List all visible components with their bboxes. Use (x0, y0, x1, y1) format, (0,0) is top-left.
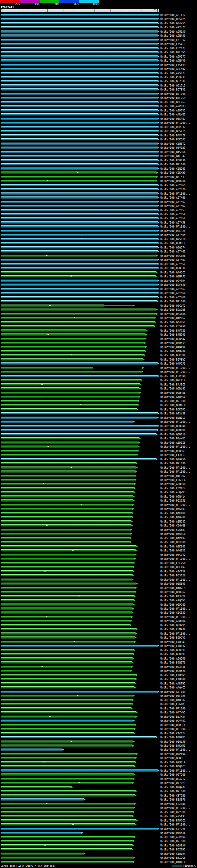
subject-label[interactable]: UniRef100_Q9SW75 (160, 18, 186, 21)
subject-label[interactable]: UniRef100_Q7PXW4 (160, 752, 186, 755)
alignment-bar[interactable] (1, 151, 158, 153)
alignment-bar[interactable] (1, 317, 155, 319)
subject-label[interactable]: UniRef100_UP1000... (160, 300, 190, 303)
alignment-bar[interactable] (1, 64, 158, 66)
alignment-bar[interactable] (1, 184, 158, 186)
alignment-bar[interactable] (1, 313, 156, 315)
alignment-bar[interactable] (1, 608, 132, 610)
alignment-bar[interactable] (1, 105, 158, 107)
alignment-bar[interactable] (1, 499, 133, 502)
subject-label[interactable]: UniRef100_B3F967 (160, 101, 186, 103)
alignment-bar[interactable] (1, 88, 158, 91)
subject-label[interactable]: UniRef100_A9PEB3 (160, 105, 186, 108)
subject-label[interactable]: UniRef100_Q4C3V2 (160, 553, 186, 556)
alignment-bar[interactable] (1, 72, 158, 74)
subject-label[interactable]: UniRef100_A9S177 (160, 72, 186, 74)
subject-label[interactable]: UniRef100_UP1000... (160, 192, 190, 195)
subject-label[interactable]: UniRef100_B9AGN8 (160, 309, 186, 311)
alignment-bar[interactable] (1, 798, 84, 801)
subject-label[interactable]: UniRef100_Q517L3 (160, 84, 186, 87)
subject-label[interactable]: UniRef100_Q6PC69 (160, 603, 186, 606)
subject-label[interactable]: UniRef100_Q90YV8 (160, 670, 186, 673)
alignment-bar[interactable] (1, 720, 133, 722)
subject-label[interactable]: UniRef100_A1DZI8 (160, 441, 186, 444)
alignment-bar[interactable] (1, 30, 158, 33)
alignment-bar[interactable] (1, 645, 158, 647)
subject-label[interactable]: UniRef100_B23HY6 (160, 595, 186, 598)
subject-label[interactable]: UniRef100_C3KHE4 (160, 478, 186, 481)
subject-label[interactable]: UniRef100_Q5UK59 (160, 342, 186, 345)
alignment-bar[interactable] (1, 155, 158, 157)
alignment-bar[interactable] (1, 707, 131, 709)
subject-label[interactable]: UniRef100_A6YM64 (160, 292, 186, 295)
subject-label[interactable]: UniRef100_Q5CVT2 (160, 304, 186, 307)
subject-label[interactable]: UniRef100_UP1000... (160, 371, 190, 373)
alignment-bar[interactable] (1, 475, 135, 477)
subject-label[interactable]: UniRef100_C3Y2B6 (160, 794, 186, 797)
subject-label[interactable]: UniRef100_C1BHN1 (160, 641, 186, 643)
subject-label[interactable]: UniRef100_A0NG31 (160, 520, 186, 523)
subject-label[interactable]: UniRef100_UP1000... (160, 466, 190, 469)
alignment-bar[interactable] (1, 118, 158, 120)
alignment-bar[interactable] (1, 172, 156, 174)
alignment-bar[interactable] (1, 55, 158, 58)
subject-label[interactable]: UniRef100_C1BFJ2 (160, 645, 186, 648)
subject-label[interactable]: UniRef100_Q56FD1 (160, 508, 186, 510)
subject-label[interactable]: UniRef100_Q66KX6 (160, 832, 186, 834)
alignment-bar[interactable] (1, 857, 134, 859)
alignment-bar[interactable] (1, 130, 158, 132)
alignment-bar[interactable] (1, 554, 135, 556)
subject-label[interactable]: UniRef100_Q72Y38 (160, 412, 186, 415)
alignment-bar[interactable] (1, 844, 132, 846)
alignment-bar[interactable] (1, 832, 81, 834)
subject-label[interactable]: UniRef100_B6K5P3 (160, 138, 186, 141)
alignment-bar[interactable] (1, 196, 158, 198)
alignment-bar[interactable] (1, 828, 158, 830)
alignment-bar[interactable] (1, 703, 132, 705)
alignment-bar[interactable] (1, 14, 158, 16)
alignment-bar[interactable] (1, 97, 158, 99)
alignment-bar[interactable] (1, 541, 130, 543)
alignment-bar[interactable] (1, 375, 158, 377)
alignment-bar[interactable] (1, 437, 139, 439)
subject-label[interactable]: UniRef100_B7F5W5 (160, 51, 186, 54)
subject-label[interactable]: UniRef100_B3M4E0 (160, 404, 186, 407)
alignment-bar[interactable] (1, 823, 135, 826)
subject-label[interactable]: UniRef100_UP1000... (160, 728, 190, 731)
alignment-bar[interactable] (1, 466, 136, 469)
subject-label[interactable]: UniRef100_B9FTE6 (160, 379, 186, 382)
subject-label[interactable]: UniRef100_Q74836 (160, 665, 186, 668)
alignment-bar[interactable] (1, 388, 139, 390)
alignment-bar[interactable] (1, 728, 134, 730)
subject-label[interactable]: UniRef100_C1BVR4 (160, 852, 186, 855)
subject-label[interactable]: UniRef100_Q2QD74 (160, 246, 186, 249)
alignment-bar[interactable] (1, 470, 135, 473)
alignment-bar[interactable] (1, 678, 135, 680)
alignment-bar[interactable] (1, 736, 156, 738)
subject-label[interactable]: UniRef100_B9SCT8 (160, 238, 186, 241)
subject-label[interactable]: UniRef100_Q4P4D2 (160, 537, 186, 539)
subject-label[interactable]: UniRef100_B5XGG6 (160, 857, 186, 859)
alignment-bar[interactable] (1, 383, 140, 385)
alignment-bar[interactable] (1, 22, 158, 24)
alignment-bar[interactable] (1, 84, 158, 87)
subject-label[interactable]: UniRef100_C5GW68 (160, 524, 186, 527)
alignment-bar[interactable] (1, 682, 135, 684)
alignment-bar[interactable] (1, 462, 136, 464)
subject-label[interactable]: UniRef100_Q56FE8 (160, 533, 186, 535)
subject-label[interactable]: UniRef100_Q04M52 (160, 321, 186, 323)
alignment-bar[interactable] (1, 441, 138, 444)
alignment-bar[interactable] (1, 741, 133, 743)
subject-label[interactable]: UniRef100_B6UGH6 (160, 180, 186, 183)
subject-label[interactable]: UniRef100_A6QWU3 (160, 491, 186, 494)
subject-label[interactable]: UniRef100_A6YM61 (160, 259, 186, 261)
subject-label[interactable]: UniRef100_B6K3D8 (160, 354, 186, 357)
subject-label[interactable]: UniRef100_A6YM53 (160, 209, 186, 212)
alignment-bar[interactable] (1, 848, 132, 850)
subject-label[interactable]: UniRef100_B4J3C3 (160, 383, 186, 386)
alignment-bar[interactable] (1, 711, 136, 713)
alignment-bar[interactable] (1, 674, 136, 676)
alignment-bar[interactable] (1, 429, 157, 431)
alignment-bar[interactable] (1, 537, 130, 539)
subject-label[interactable]: UniRef100_Q4RYL0 (160, 861, 186, 863)
